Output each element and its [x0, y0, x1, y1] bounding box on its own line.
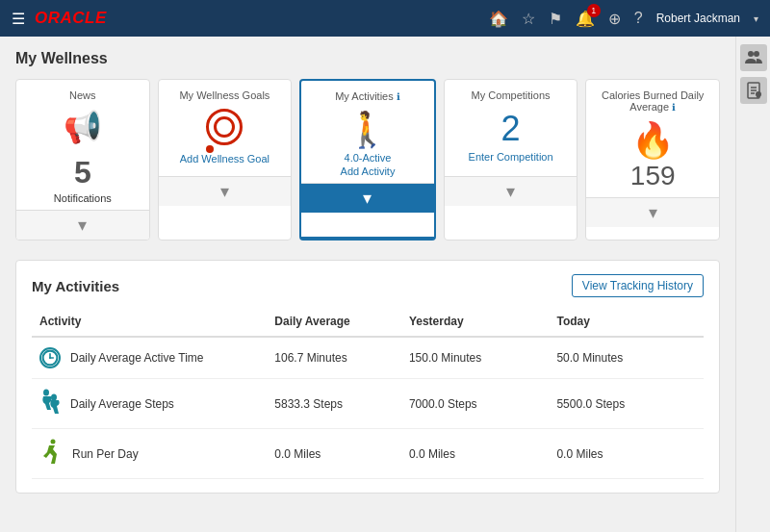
tile-news-body: News 📢 5 Notifications [16, 80, 149, 210]
sidebar-people-button[interactable] [740, 44, 767, 71]
tile-activities-label: Add Activity [341, 165, 396, 177]
tile-wellness-goals-title: My Wellness Goals [167, 89, 284, 101]
tile-wellness-goals-label: Add Wellness Goal [180, 153, 270, 165]
star-icon[interactable]: ☆ [522, 10, 535, 28]
yesterday-1: 150.0 Minutes [401, 337, 550, 379]
tile-calories-body: Calories Burned Daily Average ℹ 🔥 159 [586, 80, 719, 197]
tile-wellness-goals[interactable]: My Wellness Goals Add Wellness Goal ▾ [158, 79, 293, 241]
tile-calories-number: 159 [630, 161, 676, 191]
tile-competitions-title: My Competitions [452, 89, 570, 101]
steps-icon [39, 389, 61, 418]
right-sidebar: i [735, 37, 770, 532]
fire-icon: 🔥 [631, 120, 675, 161]
tile-wellness-goals-footer[interactable]: ▾ [159, 176, 292, 206]
activity-cell-content-1: Daily Average Active Time [39, 347, 259, 368]
bell-icon[interactable]: 🔔 1 [576, 10, 595, 28]
today-3: 0.0 Miles [549, 429, 704, 479]
activity-name-2: Daily Average Steps [70, 397, 174, 411]
activity-cell-2: Daily Average Steps [32, 379, 267, 429]
table-row: Run Per Day 0.0 Miles 0.0 Miles 0.0 Mile… [32, 429, 704, 479]
tile-calories[interactable]: Calories Burned Daily Average ℹ 🔥 159 ▾ [585, 79, 720, 241]
tile-calories-title: Calories Burned Daily Average ℹ [594, 89, 711, 113]
yesterday-3: 0.0 Miles [401, 429, 550, 479]
view-tracking-history-button[interactable]: View Tracking History [572, 274, 704, 297]
activity-cell-1: Daily Average Active Time [32, 337, 267, 379]
tile-activities-body: My Activities ℹ 🚶 4.0-Active Add Activit… [301, 81, 434, 183]
tile-competitions-footer[interactable]: ▾ [445, 176, 578, 206]
daily-avg-1: 106.7 Minutes [267, 337, 401, 379]
table-row: Daily Average Active Time 106.7 Minutes … [32, 337, 704, 379]
col-header-activity: Activity [32, 309, 267, 337]
run-icon [39, 439, 63, 469]
col-header-today: Today [549, 309, 704, 337]
svg-point-4 [43, 390, 49, 396]
clock-icon [39, 347, 61, 368]
tile-competitions[interactable]: My Competitions 2 Enter Competition ▾ [444, 79, 578, 241]
tile-calories-footer[interactable]: ▾ [586, 197, 719, 227]
activities-info-icon: ℹ [397, 91, 400, 102]
today-1: 50.0 Minutes [549, 337, 704, 379]
daily-avg-3: 0.0 Miles [267, 429, 401, 479]
person-activity-icon: 🚶 [346, 110, 389, 150]
tile-competitions-body: My Competitions 2 Enter Competition [445, 80, 578, 176]
tile-activities-title: My Activities ℹ [309, 90, 426, 102]
daily-avg-2: 5833.3 Steps [267, 379, 401, 429]
top-navigation: ☰ ORACLE 🏠 ☆ ⚑ 🔔 1 ⊕ ? Robert Jackman ▾ [0, 0, 770, 37]
activity-cell-content-2: Daily Average Steps [39, 389, 259, 418]
tile-activities-footer[interactable]: ▾ [301, 183, 434, 213]
home-icon[interactable]: 🏠 [489, 10, 508, 28]
tiles-row: News 📢 5 Notifications ▾ My Wellness Goa… [15, 79, 720, 241]
tile-wellness-goals-body: My Wellness Goals Add Wellness Goal [159, 80, 292, 176]
notification-badge: 1 [587, 4, 601, 17]
col-header-daily-avg: Daily Average [267, 309, 401, 337]
content-area: My Wellness News 📢 5 Notifications ▾ My … [0, 37, 735, 532]
activity-name-1: Daily Average Active Time [70, 351, 204, 365]
question-icon[interactable]: ? [634, 10, 643, 27]
nav-right: 🏠 ☆ ⚑ 🔔 1 ⊕ ? Robert Jackman ▾ [489, 10, 758, 28]
table-header-row: Activity Daily Average Yesterday Today [32, 309, 704, 337]
activities-header: My Activities View Tracking History [32, 274, 704, 297]
target-icon [206, 109, 243, 145]
sidebar-document-button[interactable]: i [740, 77, 767, 104]
activity-name-3: Run Per Day [72, 447, 139, 461]
tile-news[interactable]: News 📢 5 Notifications ▾ [15, 79, 150, 241]
yesterday-2: 7000.0 Steps [401, 379, 550, 429]
svg-point-3 [49, 357, 51, 359]
tile-activities-status: 4.0-Active [345, 152, 392, 164]
svg-point-7 [748, 51, 754, 57]
user-chevron-icon[interactable]: ▾ [754, 13, 758, 24]
svg-point-6 [51, 440, 56, 444]
activities-section: My Activities View Tracking History Acti… [15, 260, 720, 494]
help-circle-icon[interactable]: ⊕ [608, 10, 621, 28]
tile-competitions-number: 2 [501, 109, 521, 149]
activities-table: Activity Daily Average Yesterday Today [32, 309, 704, 479]
tile-news-title: News [24, 89, 141, 101]
activity-cell-3: Run Per Day [32, 429, 267, 479]
hamburger-menu[interactable]: ☰ [12, 10, 25, 28]
megaphone-icon: 📢 [64, 109, 102, 145]
activities-table-body: Daily Average Active Time 106.7 Minutes … [32, 337, 704, 479]
svg-point-8 [754, 51, 759, 57]
today-2: 5500.0 Steps [549, 379, 704, 429]
col-header-yesterday: Yesterday [401, 309, 550, 337]
tile-news-count: 5 [74, 155, 91, 190]
svg-point-5 [51, 394, 57, 401]
oracle-logo: ORACLE [35, 9, 107, 28]
table-row: Daily Average Steps 5833.3 Steps 7000.0 … [32, 379, 704, 429]
tile-news-label: Notifications [54, 192, 112, 204]
activities-table-header: Activity Daily Average Yesterday Today [32, 309, 704, 337]
page-title: My Wellness [15, 50, 720, 67]
tile-competitions-label: Enter Competition [469, 151, 553, 163]
activities-section-title: My Activities [32, 278, 119, 294]
tile-news-footer[interactable]: ▾ [16, 210, 149, 240]
activity-cell-content-3: Run Per Day [39, 439, 259, 469]
nav-left: ☰ ORACLE [12, 9, 107, 28]
user-menu[interactable]: Robert Jackman [656, 12, 740, 25]
flag-icon[interactable]: ⚑ [549, 10, 562, 28]
main-wrapper: My Wellness News 📢 5 Notifications ▾ My … [0, 37, 770, 532]
calories-info-icon: ℹ [672, 102, 676, 113]
tile-activities[interactable]: My Activities ℹ 🚶 4.0-Active Add Activit… [299, 79, 436, 241]
